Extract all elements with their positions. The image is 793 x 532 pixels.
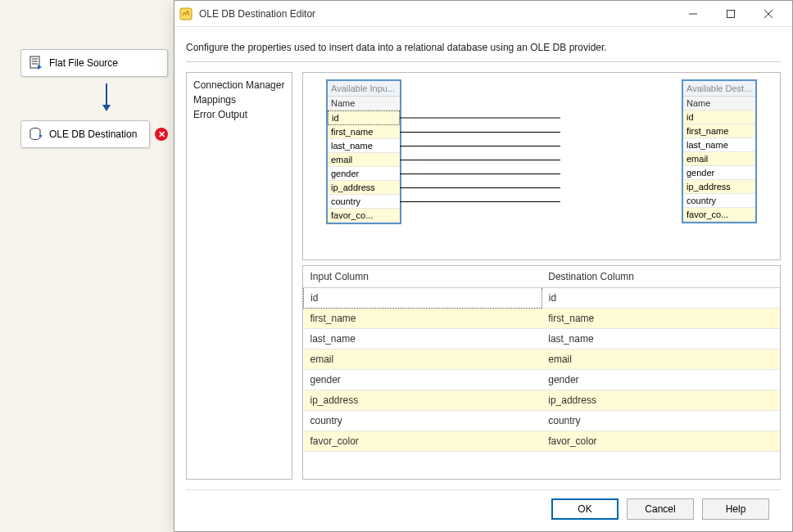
grid-row[interactable]: countrycountry xyxy=(304,411,781,431)
grid-cell-dest[interactable]: country xyxy=(542,411,780,431)
input-col[interactable]: last_name xyxy=(328,139,400,153)
input-col[interactable]: first_name xyxy=(328,125,400,139)
grid-row[interactable]: idid xyxy=(304,288,781,309)
ok-button[interactable]: OK xyxy=(551,498,619,520)
flat-file-source-label: Flat File Source xyxy=(49,57,118,69)
dest-col[interactable]: last_name xyxy=(683,138,755,152)
input-col[interactable]: gender xyxy=(328,167,400,181)
available-input-header: Available Inpu... xyxy=(328,81,400,97)
oledb-destination-label: OLE DB Destination xyxy=(49,128,137,140)
column-mapper[interactable]: Available Inpu... Name idfirst_namelast_… xyxy=(302,72,781,260)
oledb-destination-editor-dialog: OLE DB Destination Editor Configure the … xyxy=(174,0,793,532)
nav-item-error-output[interactable]: Error Output xyxy=(193,107,285,122)
available-input-box[interactable]: Available Inpu... Name idfirst_namelast_… xyxy=(326,79,401,224)
grid-row[interactable]: favor_colorfavor_color xyxy=(304,431,781,452)
titlebar: OLE DB Destination Editor xyxy=(174,1,792,27)
grid-header-dest[interactable]: Destination Column xyxy=(542,266,780,288)
grid-cell-dest[interactable]: ip_address xyxy=(542,390,780,411)
grid-cell-dest[interactable]: id xyxy=(542,288,780,309)
input-col[interactable]: ip_address xyxy=(328,181,400,195)
nav-panel: Connection Manager Mappings Error Output xyxy=(186,72,292,480)
nav-item-mappings[interactable]: Mappings xyxy=(193,92,285,107)
flat-file-source-box[interactable]: Flat File Source xyxy=(20,49,168,77)
grid-row[interactable]: first_namefirst_name xyxy=(304,309,781,329)
name-header: Name xyxy=(683,97,755,110)
grid-cell-input[interactable]: gender xyxy=(304,370,542,390)
dest-col[interactable]: favor_co... xyxy=(683,208,755,222)
grid-cell-dest[interactable]: gender xyxy=(542,370,780,390)
grid-cell-input[interactable]: favor_color xyxy=(304,431,542,452)
grid-header-input[interactable]: Input Column xyxy=(304,266,542,288)
svg-rect-3 xyxy=(727,10,735,17)
input-col[interactable]: favor_co... xyxy=(328,209,400,223)
error-badge-icon: ✕ xyxy=(155,128,168,141)
close-button[interactable] xyxy=(750,2,787,26)
help-button[interactable]: Help xyxy=(702,498,769,520)
grid-cell-input[interactable]: ip_address xyxy=(304,390,542,411)
oledb-destination-box[interactable]: OLE DB Destination xyxy=(20,120,150,148)
dest-col[interactable]: email xyxy=(683,152,755,166)
dialog-footer: OK Cancel Help xyxy=(186,489,781,531)
input-col[interactable]: id xyxy=(328,110,400,125)
dialog-description: Configure the properties used to insert … xyxy=(174,27,792,61)
flow-arrow xyxy=(20,83,168,115)
available-dest-header: Available Dest... xyxy=(683,81,755,97)
grid-cell-dest[interactable]: last_name xyxy=(542,329,780,349)
input-col[interactable]: email xyxy=(328,153,400,167)
cancel-button[interactable]: Cancel xyxy=(627,498,694,520)
minimize-button[interactable] xyxy=(674,2,712,26)
grid-row[interactable]: gendergender xyxy=(304,370,781,390)
grid-cell-input[interactable]: email xyxy=(304,349,542,370)
database-icon xyxy=(28,126,44,142)
grid-cell-input[interactable]: id xyxy=(304,288,542,309)
grid-row[interactable]: last_namelast_name xyxy=(304,329,781,349)
dest-col[interactable]: gender xyxy=(683,166,755,180)
dest-col[interactable]: country xyxy=(683,194,755,208)
grid-row[interactable]: emailemail xyxy=(304,349,781,370)
data-flow-diagram: Flat File Source OLE DB Destination ✕ xyxy=(20,49,168,148)
name-header: Name xyxy=(328,97,400,110)
grid-cell-input[interactable]: first_name xyxy=(304,309,542,329)
file-icon xyxy=(28,55,44,71)
available-dest-box[interactable]: Available Dest... Name idfirst_namelast_… xyxy=(682,79,757,223)
grid-row[interactable]: ip_addressip_address xyxy=(304,390,781,411)
grid-cell-dest[interactable]: first_name xyxy=(542,309,780,329)
app-icon xyxy=(179,7,193,20)
dest-col[interactable]: ip_address xyxy=(683,180,755,194)
dest-col[interactable]: id xyxy=(683,110,755,124)
grid-cell-dest[interactable]: favor_color xyxy=(542,431,780,452)
grid-cell-dest[interactable]: email xyxy=(542,349,780,370)
nav-item-connection-manager[interactable]: Connection Manager xyxy=(193,78,285,92)
grid-cell-input[interactable]: last_name xyxy=(304,329,542,349)
mapping-grid[interactable]: Input Column Destination Column ididfirs… xyxy=(302,265,781,480)
maximize-button[interactable] xyxy=(712,2,750,26)
dest-col[interactable]: first_name xyxy=(683,124,755,138)
input-col[interactable]: country xyxy=(328,195,400,209)
dialog-title: OLE DB Destination Editor xyxy=(199,8,674,20)
grid-cell-input[interactable]: country xyxy=(304,411,542,431)
